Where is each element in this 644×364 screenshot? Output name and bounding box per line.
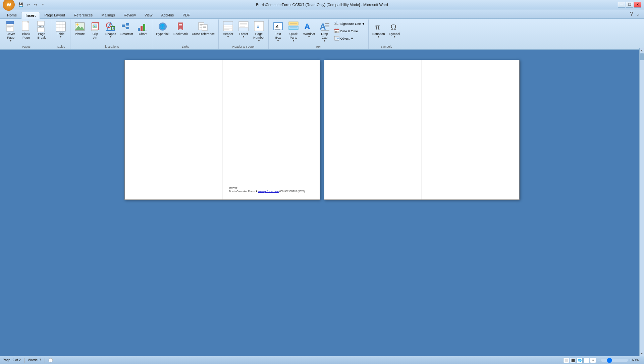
view-web[interactable]: 🌐 [577, 358, 583, 363]
signature-line-button[interactable]: ★ Signature Line ▼ [333, 20, 366, 27]
zoom-label: 60% [632, 358, 641, 362]
drop-cap-label: DropCap [321, 32, 328, 40]
svg-text:12 31: 12 31 [335, 31, 339, 33]
quick-parts-icon [288, 21, 299, 32]
tab-view[interactable]: View [140, 11, 157, 18]
chart-label: Chart [139, 32, 147, 36]
svg-point-23 [93, 25, 94, 26]
svg-rect-10 [38, 21, 44, 26]
bookmark-icon [175, 21, 186, 32]
table-button[interactable]: Table ▼ [53, 20, 68, 39]
object-button[interactable]: OLE Object ▼ [333, 35, 366, 42]
svg-rect-29 [122, 25, 125, 27]
smartart-button[interactable]: SmartArt [119, 20, 135, 37]
zoom-out-button[interactable]: − [598, 358, 600, 362]
svg-rect-80 [334, 29, 339, 30]
group-text: A TextBox ▼ [269, 19, 369, 49]
save-button[interactable]: 💾 [17, 1, 24, 8]
ribbon-help[interactable]: ? [629, 10, 634, 18]
cross-reference-button[interactable]: Cross-reference [190, 20, 216, 37]
signature-line-icon: ★ [334, 21, 339, 26]
tab-page-layout[interactable]: Page Layout [40, 11, 69, 18]
zoom-slider[interactable] [601, 359, 628, 362]
svg-text:★: ★ [339, 22, 339, 26]
date-time-button[interactable]: 12 31 Date & Time [333, 28, 366, 34]
bookmark-button[interactable]: Bookmark [172, 20, 190, 37]
tab-insert[interactable]: Insert [21, 12, 40, 19]
header-footer-group-label: Header & Footer [221, 44, 266, 48]
ribbon: Home Insert Page Layout References Maili… [0, 9, 644, 50]
picture-button[interactable]: Picture [72, 20, 87, 37]
links-group-label: Links [154, 44, 216, 48]
cover-page-label: CoverPage [6, 32, 15, 40]
page-number-label: PageNumber [253, 32, 265, 40]
page-footer: GC5X7 Burris Computer Forms★ www.pcforms… [229, 187, 305, 193]
tab-mailings[interactable]: Mailings [97, 11, 119, 18]
equation-button[interactable]: π Equation ▼ [371, 20, 387, 39]
vertical-scrollbar[interactable]: ▲ ▼ [639, 48, 644, 356]
symbol-label: Symbol [389, 32, 400, 36]
view-draft[interactable]: ≡ [590, 358, 596, 363]
equation-dropdown: ▼ [377, 36, 380, 38]
scroll-down-button[interactable]: ▼ [640, 351, 644, 356]
svg-rect-56 [239, 28, 248, 31]
tab-references[interactable]: References [69, 11, 97, 18]
view-full-screen[interactable]: ⬛ [570, 358, 576, 363]
page-break-button[interactable]: PageBreak [34, 20, 49, 41]
tab-review[interactable]: Review [119, 11, 140, 18]
scroll-up-button[interactable]: ▲ [640, 48, 644, 53]
customize-button[interactable]: ▼ [40, 1, 46, 8]
group-symbols: π Equation ▼ Ω Symbol ▼ Symbols [369, 19, 404, 49]
header-button[interactable]: Header ▼ [221, 20, 235, 39]
page-spread-2 [324, 60, 520, 200]
chart-icon [137, 21, 148, 32]
view-outline[interactable]: ☰ [583, 358, 589, 363]
page-2-content [222, 60, 320, 199]
minimize-button[interactable]: — [618, 2, 625, 8]
status-divider-2 [45, 358, 45, 363]
footer-link[interactable]: www.pcforms.com [258, 190, 279, 193]
chart-button[interactable]: Chart [135, 20, 150, 37]
shapes-icon [105, 21, 116, 32]
zoom-in-button[interactable]: + [629, 358, 631, 362]
cover-page-button[interactable]: CoverPage ▼ [3, 20, 18, 43]
footer-line1: GC5X7 [229, 187, 305, 190]
blank-page-button[interactable]: BlankPage [19, 20, 34, 41]
tab-home[interactable]: Home [3, 11, 21, 18]
tab-pdf[interactable]: PDF [178, 11, 194, 18]
cover-page-dropdown: ▼ [10, 40, 12, 42]
page-1-content [125, 60, 222, 199]
blank-page-icon [21, 21, 32, 32]
symbol-button[interactable]: Ω Symbol ▼ [387, 20, 402, 39]
page-break-label: PageBreak [38, 32, 46, 40]
symbol-icon: Ω [389, 21, 400, 32]
close-button[interactable]: ✕ [634, 2, 641, 8]
view-buttons: ⬜ ⬛ 🌐 ☰ ≡ [563, 358, 596, 363]
scroll-thumb[interactable] [640, 53, 644, 60]
view-print-layout[interactable]: ⬜ [563, 358, 569, 363]
page-number-button[interactable]: # PageNumber ▼ [252, 20, 266, 43]
svg-line-33 [125, 26, 126, 28]
text-box-button[interactable]: A TextBox ▼ [271, 20, 285, 43]
date-time-label: Date & Time [340, 29, 358, 33]
page-3 [324, 60, 422, 199]
svg-rect-36 [143, 24, 145, 31]
clip-art-button[interactable]: ClipArt [88, 20, 103, 41]
quick-parts-button[interactable]: QuickParts ▼ [286, 20, 301, 43]
footer-icon [238, 21, 249, 32]
hyperlink-button[interactable]: 🌐 Hyperlink [154, 20, 171, 37]
drop-cap-button[interactable]: A DropCap ▼ [317, 20, 332, 43]
svg-rect-3 [6, 21, 14, 24]
page-number-icon: # [254, 21, 264, 32]
ribbon-toggle[interactable]: ⌄ [634, 9, 641, 18]
tab-add-ins[interactable]: Add-Ins [157, 11, 178, 18]
shapes-button[interactable]: Shapes ▼ [103, 20, 118, 39]
footer-button[interactable]: Footer ▼ [236, 20, 251, 39]
restore-button[interactable]: ❐ [626, 2, 633, 8]
office-button[interactable]: W [3, 0, 15, 11]
undo-button[interactable]: ↩ [25, 1, 32, 8]
page-status-text: Page: 2 of 2 [3, 358, 21, 362]
redo-button[interactable]: ↪ [32, 1, 39, 8]
wordart-button[interactable]: A A WordArt ▼ [302, 20, 317, 39]
svg-text:✓: ✓ [50, 359, 52, 362]
